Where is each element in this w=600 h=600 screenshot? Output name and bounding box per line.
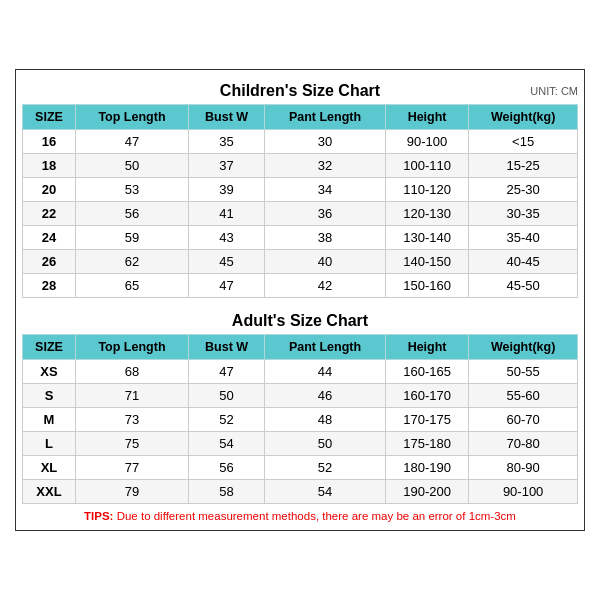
table-cell: 160-170 [385, 384, 468, 408]
table-cell: 77 [76, 456, 189, 480]
table-cell: 50-55 [469, 360, 578, 384]
children-col-pant-length: Pant Length [265, 105, 386, 130]
adult-col-weight: Weight(kg) [469, 335, 578, 360]
table-cell: 30-35 [469, 202, 578, 226]
children-title-row: Children's Size Chart UNIT: CM [22, 76, 578, 104]
adult-col-pant-length: Pant Length [265, 335, 386, 360]
table-cell: M [23, 408, 76, 432]
table-cell: 60-70 [469, 408, 578, 432]
tips-label: TIPS: [84, 510, 113, 522]
table-cell: 28 [23, 274, 76, 298]
table-cell: 55-60 [469, 384, 578, 408]
adult-col-top-length: Top Length [76, 335, 189, 360]
table-cell: 50 [188, 384, 264, 408]
table-cell: 54 [188, 432, 264, 456]
children-chart-title: Children's Size Chart [220, 82, 380, 100]
table-cell: 54 [265, 480, 386, 504]
children-col-top-length: Top Length [76, 105, 189, 130]
table-row: 1647353090-100<15 [23, 130, 578, 154]
table-cell: 175-180 [385, 432, 468, 456]
table-cell: 140-150 [385, 250, 468, 274]
table-cell: 25-30 [469, 178, 578, 202]
table-cell: 44 [265, 360, 386, 384]
table-cell: 50 [76, 154, 189, 178]
table-cell: 47 [76, 130, 189, 154]
adult-col-bust: Bust W [188, 335, 264, 360]
children-col-height: Height [385, 105, 468, 130]
table-row: XL775652180-19080-90 [23, 456, 578, 480]
table-row: 22564136120-13030-35 [23, 202, 578, 226]
table-cell: 79 [76, 480, 189, 504]
table-row: S715046160-17055-60 [23, 384, 578, 408]
table-cell: 70-80 [469, 432, 578, 456]
table-cell: 68 [76, 360, 189, 384]
table-cell: 71 [76, 384, 189, 408]
size-chart-container: Children's Size Chart UNIT: CM SIZE Top … [15, 69, 585, 531]
table-cell: 100-110 [385, 154, 468, 178]
table-cell: 52 [188, 408, 264, 432]
tips-text: Due to different measurement methods, th… [113, 510, 515, 522]
table-cell: 180-190 [385, 456, 468, 480]
table-cell: 73 [76, 408, 189, 432]
table-cell: 42 [265, 274, 386, 298]
table-cell: 39 [188, 178, 264, 202]
table-cell: 52 [265, 456, 386, 480]
table-cell: 35 [188, 130, 264, 154]
table-cell: 50 [265, 432, 386, 456]
table-cell: 43 [188, 226, 264, 250]
adult-title-row: Adult's Size Chart [22, 306, 578, 334]
table-row: 20533934110-12025-30 [23, 178, 578, 202]
table-cell: 45-50 [469, 274, 578, 298]
table-row: M735248170-17560-70 [23, 408, 578, 432]
table-cell: 110-120 [385, 178, 468, 202]
table-cell: 65 [76, 274, 189, 298]
table-cell: 37 [188, 154, 264, 178]
table-cell: 35-40 [469, 226, 578, 250]
table-cell: 34 [265, 178, 386, 202]
table-cell: 22 [23, 202, 76, 226]
table-row: 28654742150-16045-50 [23, 274, 578, 298]
table-cell: 40-45 [469, 250, 578, 274]
table-cell: 47 [188, 360, 264, 384]
children-col-weight: Weight(kg) [469, 105, 578, 130]
table-row: L755450175-18070-80 [23, 432, 578, 456]
adult-header-row: SIZE Top Length Bust W Pant Length Heigh… [23, 335, 578, 360]
table-cell: 75 [76, 432, 189, 456]
table-cell: XS [23, 360, 76, 384]
table-cell: 90-100 [469, 480, 578, 504]
table-row: 18503732100-11015-25 [23, 154, 578, 178]
table-cell: 58 [188, 480, 264, 504]
table-cell: 41 [188, 202, 264, 226]
children-col-bust: Bust W [188, 105, 264, 130]
table-cell: 130-140 [385, 226, 468, 250]
children-col-size: SIZE [23, 105, 76, 130]
table-cell: 90-100 [385, 130, 468, 154]
table-cell: 26 [23, 250, 76, 274]
table-cell: 36 [265, 202, 386, 226]
adult-col-size: SIZE [23, 335, 76, 360]
table-cell: 59 [76, 226, 189, 250]
table-cell: 38 [265, 226, 386, 250]
children-size-table: SIZE Top Length Bust W Pant Length Heigh… [22, 104, 578, 298]
adult-size-table: SIZE Top Length Bust W Pant Length Heigh… [22, 334, 578, 504]
children-header-row: SIZE Top Length Bust W Pant Length Heigh… [23, 105, 578, 130]
table-cell: 46 [265, 384, 386, 408]
tips-row: TIPS: Due to different measurement metho… [22, 504, 578, 524]
table-cell: 20 [23, 178, 76, 202]
table-cell: 56 [188, 456, 264, 480]
table-cell: 30 [265, 130, 386, 154]
table-cell: 150-160 [385, 274, 468, 298]
table-cell: 48 [265, 408, 386, 432]
table-cell: 32 [265, 154, 386, 178]
table-cell: 40 [265, 250, 386, 274]
table-row: XS684744160-16550-55 [23, 360, 578, 384]
table-cell: 170-175 [385, 408, 468, 432]
table-row: 24594338130-14035-40 [23, 226, 578, 250]
table-cell: 160-165 [385, 360, 468, 384]
table-cell: 24 [23, 226, 76, 250]
table-cell: 45 [188, 250, 264, 274]
table-cell: 62 [76, 250, 189, 274]
table-cell: 47 [188, 274, 264, 298]
table-row: XXL795854190-20090-100 [23, 480, 578, 504]
table-cell: <15 [469, 130, 578, 154]
